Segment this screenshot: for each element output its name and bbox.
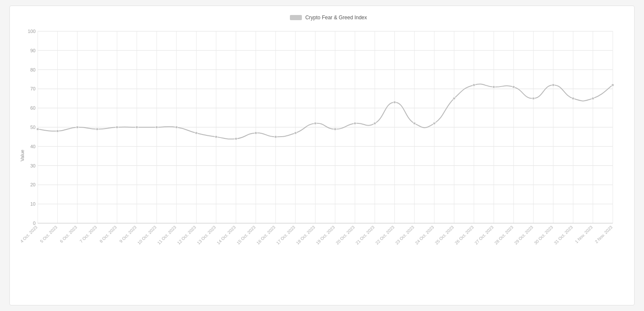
svg-text:18 Oct. 2023: 18 Oct. 2023 [295, 224, 316, 245]
svg-text:27 Oct. 2023: 27 Oct. 2023 [474, 224, 495, 245]
svg-text:1 Nov. 2023: 1 Nov. 2023 [574, 224, 594, 244]
svg-text:19 Oct. 2023: 19 Oct. 2023 [315, 224, 336, 245]
svg-text:50: 50 [30, 125, 36, 130]
legend-color-swatch [290, 15, 302, 20]
svg-text:12 Oct. 2023: 12 Oct. 2023 [176, 224, 197, 245]
svg-point-109 [552, 84, 555, 86]
svg-point-108 [532, 97, 535, 100]
svg-point-105 [473, 84, 475, 86]
svg-text:7 Oct. 2023: 7 Oct. 2023 [79, 224, 98, 244]
svg-point-112 [611, 84, 614, 86]
svg-text:60: 60 [30, 105, 36, 111]
svg-point-106 [492, 86, 495, 88]
legend-label: Crypto Fear & Greed Index [305, 15, 367, 21]
svg-text:9 Oct. 2023: 9 Oct. 2023 [119, 224, 138, 244]
chart-legend: Crypto Fear & Greed Index [36, 15, 621, 21]
svg-point-91 [195, 132, 197, 134]
y-axis-label: Value [20, 150, 25, 161]
svg-point-83 [36, 128, 39, 130]
svg-point-96 [294, 132, 297, 134]
svg-point-87 [116, 126, 118, 129]
svg-text:2 Nov. 2023: 2 Nov. 2023 [594, 224, 614, 244]
svg-text:10: 10 [30, 201, 36, 206]
svg-text:30 Oct. 2023: 30 Oct. 2023 [533, 224, 554, 245]
svg-text:30: 30 [30, 163, 36, 168]
svg-text:40: 40 [30, 144, 36, 149]
svg-text:5 Oct. 2023: 5 Oct. 2023 [39, 224, 58, 244]
svg-text:25 Oct. 2023: 25 Oct. 2023 [434, 224, 455, 245]
svg-point-102 [413, 122, 416, 125]
svg-point-101 [394, 101, 396, 104]
svg-text:100: 100 [28, 29, 36, 34]
svg-text:13 Oct. 2023: 13 Oct. 2023 [196, 224, 217, 245]
svg-text:20: 20 [30, 182, 36, 187]
svg-point-95 [274, 135, 277, 138]
svg-text:6 Oct. 2023: 6 Oct. 2023 [59, 224, 78, 244]
svg-point-92 [215, 135, 218, 138]
svg-point-93 [235, 138, 237, 140]
svg-text:8 Oct. 2023: 8 Oct. 2023 [98, 224, 118, 244]
svg-point-85 [76, 126, 79, 129]
svg-point-98 [334, 128, 337, 130]
svg-point-111 [592, 97, 594, 100]
svg-point-94 [254, 132, 257, 134]
svg-text:21 Oct. 2023: 21 Oct. 2023 [355, 224, 376, 245]
svg-text:4 Oct. 2023: 4 Oct. 2023 [19, 224, 39, 244]
svg-point-104 [453, 97, 456, 100]
chart-area: 01020304050607080901004 Oct. 20235 Oct. … [36, 25, 621, 277]
svg-point-110 [572, 97, 574, 100]
svg-text:16 Oct. 2023: 16 Oct. 2023 [256, 224, 277, 245]
svg-text:20 Oct. 2023: 20 Oct. 2023 [335, 224, 356, 245]
svg-text:31 Oct. 2023: 31 Oct. 2023 [553, 224, 574, 245]
svg-text:22 Oct. 2023: 22 Oct. 2023 [375, 224, 396, 245]
svg-point-97 [314, 122, 316, 125]
svg-point-99 [354, 122, 356, 125]
svg-text:80: 80 [30, 67, 36, 72]
svg-text:11 Oct. 2023: 11 Oct. 2023 [156, 224, 177, 245]
svg-point-90 [175, 126, 178, 129]
chart-container: Crypto Fear & Greed Index Value 01020304… [9, 6, 635, 305]
svg-text:90: 90 [30, 48, 36, 53]
svg-text:23 Oct. 2023: 23 Oct. 2023 [394, 224, 415, 245]
svg-text:10 Oct. 2023: 10 Oct. 2023 [137, 224, 158, 245]
svg-text:28 Oct. 2023: 28 Oct. 2023 [494, 224, 515, 245]
svg-point-107 [512, 86, 515, 88]
svg-point-88 [136, 126, 138, 129]
svg-point-84 [56, 130, 59, 132]
main-chart-svg: 01020304050607080901004 Oct. 20235 Oct. … [36, 25, 621, 277]
svg-text:17 Oct. 2023: 17 Oct. 2023 [275, 224, 296, 245]
svg-point-100 [373, 122, 376, 125]
svg-point-86 [96, 128, 98, 130]
svg-text:24 Oct. 2023: 24 Oct. 2023 [414, 224, 435, 245]
svg-point-103 [433, 122, 435, 125]
svg-text:70: 70 [30, 86, 36, 91]
svg-text:14 Oct. 2023: 14 Oct. 2023 [216, 224, 237, 245]
svg-text:15 Oct. 2023: 15 Oct. 2023 [236, 224, 257, 245]
svg-text:26 Oct. 2023: 26 Oct. 2023 [454, 224, 475, 245]
svg-point-89 [155, 126, 158, 129]
svg-text:29 Oct. 2023: 29 Oct. 2023 [513, 224, 534, 245]
